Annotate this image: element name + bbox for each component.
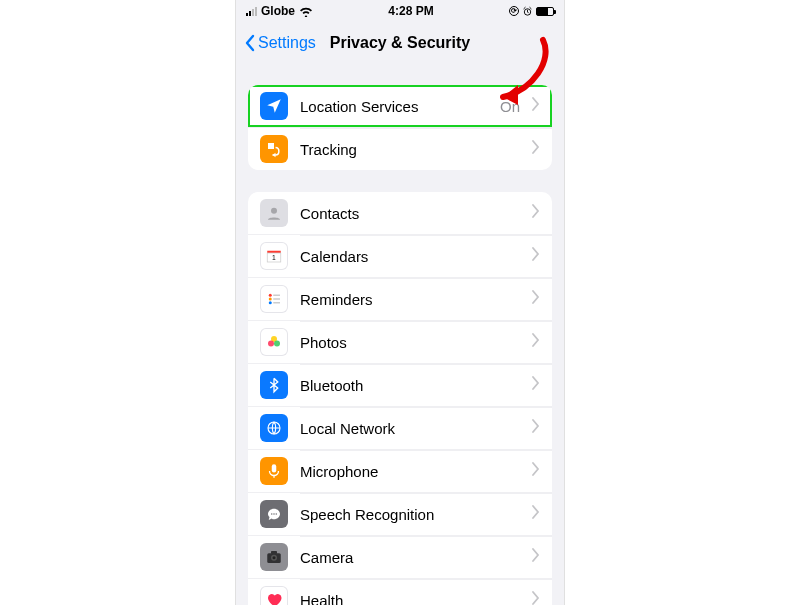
- svg-point-3: [271, 208, 277, 214]
- chevron-right-icon: [532, 333, 540, 351]
- chevron-right-icon: [532, 419, 540, 437]
- chevron-left-icon: [244, 34, 256, 52]
- status-bar: Globe 4:28 PM ⟳: [236, 0, 564, 23]
- settings-group-2: Contacts1CalendarsRemindersPhotosBluetoo…: [248, 192, 552, 605]
- svg-point-20: [276, 513, 278, 515]
- row-label: Calendars: [300, 248, 520, 265]
- chevron-right-icon: [532, 591, 540, 605]
- settings-row-health[interactable]: Health: [248, 578, 552, 605]
- phone-frame: Globe 4:28 PM ⟳ Settings Privacy & Secur…: [235, 0, 565, 605]
- alarm-icon: [522, 6, 533, 17]
- chevron-right-icon: [532, 548, 540, 566]
- chevron-right-icon: [532, 462, 540, 480]
- svg-rect-12: [273, 302, 280, 304]
- wifi-icon: [299, 6, 313, 17]
- settings-row-tracking[interactable]: Tracking: [248, 127, 552, 170]
- svg-point-14: [268, 341, 274, 347]
- row-label: Health: [300, 592, 520, 606]
- row-label: Speech Recognition: [300, 506, 520, 523]
- svg-point-7: [269, 294, 272, 297]
- svg-rect-10: [273, 295, 280, 297]
- row-label: Bluetooth: [300, 377, 520, 394]
- settings-row-bluetooth[interactable]: Bluetooth: [248, 363, 552, 406]
- svg-text:1: 1: [272, 254, 276, 261]
- settings-row-location-services[interactable]: Location ServicesOn: [248, 85, 552, 127]
- svg-point-19: [273, 513, 275, 515]
- orientation-lock-icon: ⟳: [509, 6, 519, 16]
- local-network-icon: [260, 414, 288, 442]
- chevron-right-icon: [532, 204, 540, 222]
- photos-icon: [260, 328, 288, 356]
- camera-icon: [260, 543, 288, 571]
- settings-row-camera[interactable]: Camera: [248, 535, 552, 578]
- bluetooth-icon: [260, 371, 288, 399]
- svg-rect-11: [273, 298, 280, 300]
- carrier-label: Globe: [261, 4, 295, 18]
- row-label: Camera: [300, 549, 520, 566]
- svg-point-8: [269, 298, 272, 301]
- calendar-icon: 1: [260, 242, 288, 270]
- contacts-icon: [260, 199, 288, 227]
- reminders-icon: [260, 285, 288, 313]
- row-label: Location Services: [300, 98, 488, 115]
- row-label: Tracking: [300, 141, 520, 158]
- settings-group-1: Location ServicesOnTracking: [248, 85, 552, 170]
- time-label: 4:28 PM: [388, 4, 433, 18]
- svg-point-15: [274, 341, 280, 347]
- settings-row-photos[interactable]: Photos: [248, 320, 552, 363]
- svg-point-9: [269, 301, 272, 304]
- battery-icon: [536, 7, 554, 16]
- location-arrow-icon: [260, 92, 288, 120]
- settings-row-contacts[interactable]: Contacts: [248, 192, 552, 234]
- chevron-right-icon: [532, 140, 540, 158]
- signal-icon: [246, 7, 257, 16]
- row-label: Photos: [300, 334, 520, 351]
- svg-rect-17: [272, 464, 277, 472]
- back-label: Settings: [258, 34, 316, 52]
- row-label: Microphone: [300, 463, 520, 480]
- settings-row-local-network[interactable]: Local Network: [248, 406, 552, 449]
- settings-row-calendars[interactable]: 1Calendars: [248, 234, 552, 277]
- tracking-icon: [260, 135, 288, 163]
- row-label: Reminders: [300, 291, 520, 308]
- svg-marker-2: [273, 153, 276, 158]
- settings-row-microphone[interactable]: Microphone: [248, 449, 552, 492]
- chevron-right-icon: [532, 290, 540, 308]
- row-label: Local Network: [300, 420, 520, 437]
- chevron-right-icon: [532, 247, 540, 265]
- svg-point-23: [273, 556, 276, 559]
- speech-icon: [260, 500, 288, 528]
- chevron-right-icon: [532, 505, 540, 523]
- settings-row-reminders[interactable]: Reminders: [248, 277, 552, 320]
- back-button[interactable]: Settings: [244, 34, 316, 52]
- chevron-right-icon: [532, 376, 540, 394]
- row-label: Contacts: [300, 205, 520, 222]
- row-value: On: [500, 98, 520, 115]
- settings-row-speech-recognition[interactable]: Speech Recognition: [248, 492, 552, 535]
- health-icon: [260, 586, 288, 605]
- svg-point-18: [271, 513, 273, 515]
- chevron-right-icon: [532, 97, 540, 115]
- nav-bar: Settings Privacy & Security: [236, 23, 564, 63]
- svg-rect-24: [271, 551, 277, 554]
- microphone-icon: [260, 457, 288, 485]
